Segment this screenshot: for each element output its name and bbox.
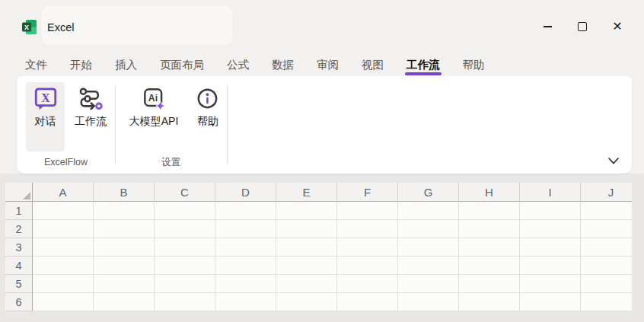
cell-F1[interactable]: [337, 202, 398, 220]
row-header-5[interactable]: 5: [5, 275, 33, 293]
cell-F5[interactable]: [337, 275, 398, 293]
column-header-G[interactable]: G: [398, 183, 459, 202]
cell-H4[interactable]: [459, 257, 520, 275]
row-header-3[interactable]: 3: [5, 238, 33, 257]
title-bar: X Excel ✕: [0, 0, 644, 53]
cell-J5[interactable]: [581, 275, 632, 293]
cell-A3[interactable]: [33, 238, 94, 257]
tab-workflow[interactable]: 工作流: [406, 53, 440, 76]
column-header-B[interactable]: B: [94, 183, 155, 202]
column-header-H[interactable]: H: [459, 183, 520, 202]
cell-F3[interactable]: [337, 238, 398, 257]
cell-F6[interactable]: [337, 293, 398, 311]
column-header-J[interactable]: J: [581, 183, 632, 202]
svg-text:X: X: [24, 24, 29, 31]
cell-C6[interactable]: [155, 293, 215, 311]
minimize-button[interactable]: [530, 13, 565, 40]
cell-I2[interactable]: [520, 220, 581, 238]
column-header-A[interactable]: A: [33, 183, 94, 202]
tab-file[interactable]: 文件: [25, 53, 47, 76]
cell-C1[interactable]: [155, 202, 215, 220]
cell-G6[interactable]: [398, 293, 459, 311]
column-header-C[interactable]: C: [155, 183, 215, 202]
cell-H1[interactable]: [459, 202, 520, 220]
cell-C4[interactable]: [155, 257, 215, 275]
cell-A2[interactable]: [33, 220, 94, 238]
ribbon-button-workflow[interactable]: 工作流: [67, 82, 114, 151]
tab-page-layout[interactable]: 页面布局: [160, 53, 204, 76]
cell-J4[interactable]: [581, 257, 632, 275]
select-all-corner[interactable]: [5, 183, 33, 202]
cell-B2[interactable]: [94, 220, 155, 238]
ribbon-button-help[interactable]: 帮助: [189, 82, 227, 151]
cell-G1[interactable]: [398, 202, 459, 220]
workflow-icon: [78, 86, 104, 112]
cell-E5[interactable]: [276, 275, 337, 293]
cell-G3[interactable]: [398, 238, 459, 257]
cell-E4[interactable]: [276, 257, 337, 275]
cell-J1[interactable]: [581, 202, 632, 220]
cell-G2[interactable]: [398, 220, 459, 238]
cell-D4[interactable]: [215, 257, 276, 275]
row-header-4[interactable]: 4: [5, 257, 33, 275]
cell-C2[interactable]: [155, 220, 215, 238]
cell-B5[interactable]: [94, 275, 155, 293]
cell-F2[interactable]: [337, 220, 398, 238]
cell-H3[interactable]: [459, 238, 520, 257]
cell-A5[interactable]: [33, 275, 94, 293]
tab-formulas[interactable]: 公式: [227, 53, 249, 76]
grid-row-5: 5: [5, 275, 632, 293]
row-header-1[interactable]: 1: [5, 202, 33, 220]
tab-help[interactable]: 帮助: [463, 53, 485, 76]
cell-I5[interactable]: [520, 275, 581, 293]
ribbon-button-chat[interactable]: X 对话: [26, 82, 65, 151]
cell-B1[interactable]: [94, 202, 155, 220]
cell-E1[interactable]: [276, 202, 337, 220]
cell-E6[interactable]: [276, 293, 337, 311]
cell-J3[interactable]: [581, 238, 632, 257]
cell-I3[interactable]: [520, 238, 581, 257]
collapse-ribbon-button[interactable]: [604, 152, 623, 169]
cell-D5[interactable]: [215, 275, 276, 293]
ribbon-button-llm-api[interactable]: Ai 大模型API: [122, 82, 186, 151]
column-header-D[interactable]: D: [215, 183, 276, 202]
cell-B6[interactable]: [94, 293, 155, 311]
select-all-triangle-icon: [23, 192, 30, 199]
tab-view[interactable]: 视图: [362, 53, 384, 76]
cell-I4[interactable]: [520, 257, 581, 275]
cell-G5[interactable]: [398, 275, 459, 293]
cell-B3[interactable]: [94, 238, 155, 257]
cell-D1[interactable]: [215, 202, 276, 220]
tab-home[interactable]: 开始: [70, 53, 92, 76]
cell-D2[interactable]: [215, 220, 276, 238]
cell-H2[interactable]: [459, 220, 520, 238]
cell-G4[interactable]: [398, 257, 459, 275]
cell-A6[interactable]: [33, 293, 94, 311]
cell-J2[interactable]: [581, 220, 632, 238]
column-header-E[interactable]: E: [276, 183, 337, 202]
row-header-2[interactable]: 2: [5, 220, 33, 238]
cell-A1[interactable]: [33, 202, 94, 220]
cell-D3[interactable]: [215, 238, 276, 257]
tab-insert[interactable]: 插入: [115, 53, 137, 76]
cell-E3[interactable]: [276, 238, 337, 257]
column-header-I[interactable]: I: [520, 183, 581, 202]
cell-I6[interactable]: [520, 293, 581, 311]
cell-J6[interactable]: [581, 293, 632, 311]
cell-D6[interactable]: [215, 293, 276, 311]
cell-C3[interactable]: [155, 238, 215, 257]
close-button[interactable]: ✕: [600, 13, 635, 40]
tab-review[interactable]: 审阅: [317, 53, 339, 76]
cell-A4[interactable]: [33, 257, 94, 275]
tab-data[interactable]: 数据: [272, 53, 294, 76]
row-header-6[interactable]: 6: [5, 293, 33, 311]
cell-B4[interactable]: [94, 257, 155, 275]
cell-C5[interactable]: [155, 275, 215, 293]
cell-H6[interactable]: [459, 293, 520, 311]
column-header-F[interactable]: F: [337, 183, 398, 202]
cell-E2[interactable]: [276, 220, 337, 238]
cell-I1[interactable]: [520, 202, 581, 220]
cell-F4[interactable]: [337, 257, 398, 275]
maximize-button[interactable]: [565, 13, 600, 40]
cell-H5[interactable]: [459, 275, 520, 293]
